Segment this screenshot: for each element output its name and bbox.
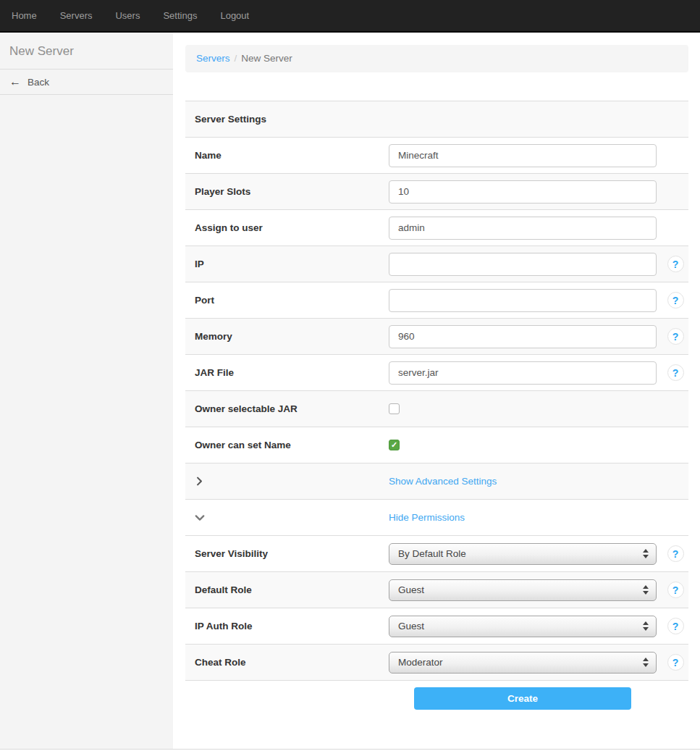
form-row-assign-user: Assign to user bbox=[185, 209, 688, 246]
form-row-jar-file: JAR File ? bbox=[185, 354, 688, 390]
select-value: Guest bbox=[398, 621, 424, 632]
help-icon[interactable]: ? bbox=[667, 618, 684, 634]
sidebar: New Server ← Back bbox=[0, 33, 173, 749]
create-button[interactable]: Create bbox=[414, 687, 631, 710]
breadcrumb-separator: / bbox=[235, 53, 237, 64]
main-content: Servers/New Server Server Settings Name … bbox=[185, 33, 688, 710]
form-row-ip: IP ? bbox=[185, 246, 688, 282]
nav-item-settings[interactable]: Settings bbox=[151, 0, 208, 31]
help-icon[interactable]: ? bbox=[667, 582, 684, 598]
form-row-permissions-toggle: Hide Permissions bbox=[185, 499, 688, 535]
select-stepper-icon bbox=[643, 658, 649, 667]
hide-permissions-link[interactable]: Hide Permissions bbox=[389, 512, 465, 523]
cheat-role-select[interactable]: Moderator bbox=[389, 652, 657, 674]
assign-user-input[interactable] bbox=[389, 217, 657, 240]
server-visibility-select[interactable]: By Default Role bbox=[389, 543, 657, 565]
field-label-ip: IP bbox=[185, 259, 389, 269]
form-row-server-visibility: Server Visibility By Default Role ? bbox=[185, 535, 688, 571]
default-role-select[interactable]: Guest bbox=[389, 579, 657, 601]
create-row: Create bbox=[185, 681, 688, 710]
field-label-default-role: Default Role bbox=[185, 584, 389, 595]
select-stepper-icon bbox=[643, 621, 649, 631]
breadcrumb-servers-link[interactable]: Servers bbox=[196, 53, 230, 64]
port-input[interactable] bbox=[389, 289, 657, 312]
field-label-ip-auth-role: IP Auth Role bbox=[185, 621, 389, 632]
nav-item-home[interactable]: Home bbox=[0, 0, 49, 31]
page-title: New Server bbox=[0, 33, 173, 70]
nav-item-servers[interactable]: Servers bbox=[49, 0, 104, 31]
name-input[interactable] bbox=[389, 144, 657, 167]
form-row-player-slots: Player Slots bbox=[185, 173, 688, 209]
help-icon[interactable]: ? bbox=[667, 292, 684, 309]
select-stepper-icon bbox=[643, 585, 649, 595]
select-stepper-icon bbox=[643, 549, 649, 558]
field-label-server-visibility: Server Visibility bbox=[185, 548, 389, 559]
show-advanced-settings-link[interactable]: Show Advanced Settings bbox=[389, 476, 497, 487]
help-icon[interactable]: ? bbox=[667, 256, 684, 272]
field-label-player-slots: Player Slots bbox=[185, 186, 389, 197]
form-row-advanced-toggle: Show Advanced Settings bbox=[185, 463, 688, 499]
field-label-assign-user: Assign to user bbox=[185, 222, 389, 233]
chevron-down-icon bbox=[195, 513, 205, 523]
form-row-memory: Memory ? bbox=[185, 318, 688, 354]
select-value: Guest bbox=[398, 584, 424, 595]
owner-can-set-name-checkbox[interactable]: ✓ bbox=[389, 440, 400, 450]
select-value: Moderator bbox=[398, 657, 443, 668]
back-arrow-icon: ← bbox=[9, 76, 21, 88]
form-row-name: Name bbox=[185, 137, 688, 173]
ip-input[interactable] bbox=[389, 253, 657, 276]
form-row-port: Port ? bbox=[185, 282, 688, 318]
form-row-cheat-role: Cheat Role Moderator ? bbox=[185, 644, 688, 680]
top-navbar: Home Servers Users Settings Logout bbox=[0, 0, 700, 33]
help-icon[interactable]: ? bbox=[667, 328, 684, 345]
breadcrumb-current: New Server bbox=[241, 53, 292, 64]
section-header: Server Settings bbox=[185, 114, 389, 125]
help-icon[interactable]: ? bbox=[667, 654, 684, 671]
chevron-right-icon bbox=[195, 477, 204, 486]
form-row-owner-selectable-jar: Owner selectable JAR bbox=[185, 390, 688, 427]
breadcrumb: Servers/New Server bbox=[185, 45, 688, 72]
form-row-ip-auth-role: IP Auth Role Guest ? bbox=[185, 608, 688, 644]
player-slots-input[interactable] bbox=[389, 180, 657, 204]
field-label-port: Port bbox=[185, 295, 389, 306]
back-label: Back bbox=[28, 77, 49, 88]
ip-auth-role-select[interactable]: Guest bbox=[389, 616, 657, 637]
owner-selectable-jar-checkbox[interactable] bbox=[389, 403, 400, 414]
field-label-name: Name bbox=[185, 150, 389, 161]
page-bottom-divider bbox=[0, 749, 700, 750]
memory-input[interactable] bbox=[389, 325, 657, 348]
check-icon: ✓ bbox=[391, 441, 397, 449]
nav-item-logout[interactable]: Logout bbox=[208, 0, 261, 31]
help-icon[interactable]: ? bbox=[667, 364, 684, 381]
help-icon[interactable]: ? bbox=[667, 545, 684, 562]
field-label-owner-can-set-name: Owner can set Name bbox=[185, 440, 389, 450]
nav-item-users[interactable]: Users bbox=[104, 0, 151, 31]
jar-file-input[interactable] bbox=[389, 361, 657, 385]
field-label-owner-selectable-jar: Owner selectable JAR bbox=[185, 403, 389, 414]
select-value: By Default Role bbox=[398, 548, 466, 559]
form-row-default-role: Default Role Guest ? bbox=[185, 571, 688, 608]
form-row-owner-can-set-name: Owner can set Name ✓ bbox=[185, 427, 688, 463]
server-settings-form: Server Settings Name Player Slots Assign… bbox=[185, 101, 688, 681]
field-label-memory: Memory bbox=[185, 331, 389, 342]
field-label-cheat-role: Cheat Role bbox=[185, 657, 389, 668]
section-header-row: Server Settings bbox=[185, 101, 688, 137]
field-label-jar-file: JAR File bbox=[185, 367, 389, 378]
back-button[interactable]: ← Back bbox=[0, 70, 173, 95]
